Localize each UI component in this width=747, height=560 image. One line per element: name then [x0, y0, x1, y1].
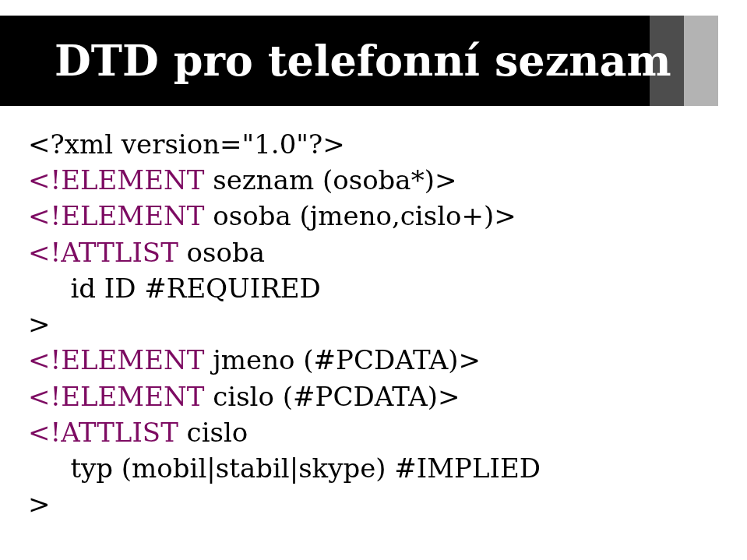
kw-attlist: <!ATTLIST — [28, 417, 178, 448]
attr-def: id ID #REQUIRED — [70, 273, 321, 304]
close-bracket: > — [28, 308, 51, 340]
el-content: (jmeno,cislo+)> — [299, 200, 516, 231]
kw-element: <!ELEMENT — [28, 200, 204, 231]
band-segment-lightgray — [684, 16, 718, 106]
el-content: (#PCDATA)> — [283, 381, 460, 412]
kw-attlist: <!ATTLIST — [28, 237, 178, 268]
xml-declaration: <?xml version="1.0"?> — [28, 129, 345, 160]
kw-element: <!ELEMENT — [28, 344, 204, 375]
dtd-code-block: <?xml version="1.0"?> <!ELEMENT seznam (… — [28, 126, 541, 523]
kw-element: <!ELEMENT — [28, 164, 204, 195]
el-content: (#PCDATA)> — [303, 344, 481, 375]
band-segment-white — [718, 16, 747, 106]
el-name: jmeno — [204, 344, 303, 375]
el-name: osoba — [178, 237, 265, 268]
el-name: cislo — [204, 381, 282, 412]
close-bracket: > — [28, 488, 51, 519]
kw-element: <!ELEMENT — [28, 381, 204, 412]
slide-title: DTD pro telefonní seznam — [55, 16, 671, 106]
el-content: (osoba*)> — [322, 164, 456, 195]
attr-def: typ (mobil|stabil|skype) #IMPLIED — [70, 453, 541, 484]
title-band: DTD pro telefonní seznam — [0, 16, 747, 106]
el-name: osoba — [204, 200, 299, 231]
el-name: seznam — [204, 164, 322, 195]
el-name: cislo — [178, 417, 248, 448]
slide: DTD pro telefonní seznam <?xml version="… — [0, 0, 747, 560]
